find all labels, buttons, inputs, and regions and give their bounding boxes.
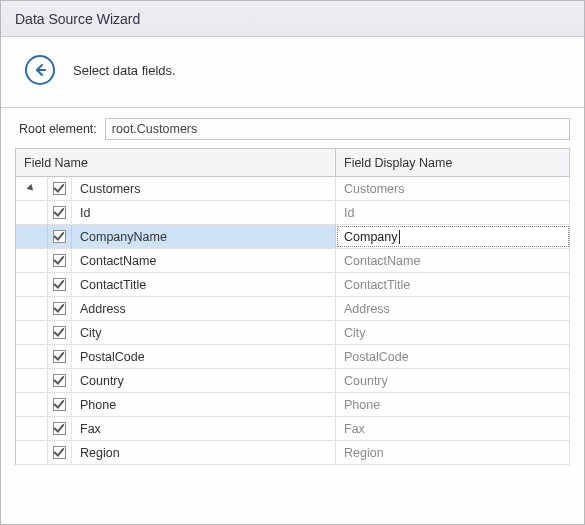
tree-child-row[interactable]: ContactName ContactName xyxy=(16,249,570,273)
tree-child-row[interactable]: Address Address xyxy=(16,297,570,321)
wizard-instruction: Select data fields. xyxy=(73,63,176,78)
field-checkbox[interactable] xyxy=(53,206,66,219)
col-field-name[interactable]: Field Name xyxy=(16,149,336,176)
root-element-label: Root element: xyxy=(19,122,97,136)
field-checkbox[interactable] xyxy=(53,278,66,291)
tree-indent xyxy=(16,393,48,416)
tree-indent xyxy=(16,441,48,464)
tree-indent xyxy=(16,321,48,344)
tree-indent xyxy=(16,417,48,440)
tree-indent xyxy=(16,273,48,296)
field-name-cell[interactable]: City xyxy=(72,321,336,344)
field-display-cell[interactable]: Customers xyxy=(336,177,570,200)
tree-child-row[interactable]: Country Country xyxy=(16,369,570,393)
tree-child-row[interactable]: Region Region xyxy=(16,441,570,465)
root-element-row: Root element: xyxy=(1,108,584,146)
grid-body: Customers Customers Id Id CompanyName Co… xyxy=(16,177,570,465)
tree-indent xyxy=(16,297,48,320)
field-checkbox[interactable] xyxy=(53,446,66,459)
field-name-cell[interactable]: Country xyxy=(72,369,336,392)
wizard-header: Select data fields. xyxy=(1,37,584,108)
grid-header: Field Name Field Display Name xyxy=(16,149,570,177)
wizard-window: Data Source Wizard Select data fields. R… xyxy=(0,0,585,525)
field-checkbox[interactable] xyxy=(53,230,66,243)
field-checkbox[interactable] xyxy=(53,350,66,363)
field-display-cell[interactable]: PostalCode xyxy=(336,345,570,368)
window-title: Data Source Wizard xyxy=(15,11,140,27)
field-display-cell[interactable]: Address xyxy=(336,297,570,320)
tree-indent xyxy=(16,369,48,392)
tree-indent xyxy=(16,345,48,368)
field-name-cell[interactable]: ContactTitle xyxy=(72,273,336,296)
tree-child-row[interactable]: Phone Phone xyxy=(16,393,570,417)
field-name-cell[interactable]: PostalCode xyxy=(72,345,336,368)
tree-parent-row[interactable]: Customers Customers xyxy=(16,177,570,201)
window-titlebar: Data Source Wizard xyxy=(1,1,584,37)
field-checkbox[interactable] xyxy=(53,374,66,387)
back-arrow-icon xyxy=(32,62,48,78)
field-display-cell[interactable]: Fax xyxy=(336,417,570,440)
field-name-cell[interactable]: Fax xyxy=(72,417,336,440)
field-display-cell[interactable]: Country xyxy=(336,369,570,392)
field-checkbox[interactable] xyxy=(53,326,66,339)
field-display-cell[interactable]: Phone xyxy=(336,393,570,416)
field-name-cell[interactable]: Address xyxy=(72,297,336,320)
tree-indent xyxy=(16,201,48,224)
root-element-input[interactable] xyxy=(105,118,570,140)
tree-child-row[interactable]: ContactTitle ContactTitle xyxy=(16,273,570,297)
field-checkbox[interactable] xyxy=(53,254,66,267)
field-display-cell[interactable]: Company xyxy=(336,225,570,248)
tree-child-row[interactable]: Fax Fax xyxy=(16,417,570,441)
field-name-cell[interactable]: Phone xyxy=(72,393,336,416)
tree-indent xyxy=(16,225,48,248)
field-display-cell[interactable]: City xyxy=(336,321,570,344)
field-display-cell[interactable]: ContactTitle xyxy=(336,273,570,296)
field-checkbox[interactable] xyxy=(53,302,66,315)
field-checkbox[interactable] xyxy=(53,182,66,195)
fields-grid: Field Name Field Display Name Customers … xyxy=(15,148,570,465)
tree-child-row[interactable]: Id Id xyxy=(16,201,570,225)
expand-caret-icon[interactable] xyxy=(27,184,36,193)
field-name-cell[interactable]: Id xyxy=(72,201,336,224)
field-name-cell[interactable]: Region xyxy=(72,441,336,464)
tree-child-row[interactable]: PostalCode PostalCode xyxy=(16,345,570,369)
tree-child-row[interactable]: City City xyxy=(16,321,570,345)
field-display-cell[interactable]: Region xyxy=(336,441,570,464)
tree-child-row[interactable]: CompanyName Company xyxy=(16,225,570,249)
tree-indent xyxy=(16,249,48,272)
field-name-cell[interactable]: ContactName xyxy=(72,249,336,272)
field-checkbox[interactable] xyxy=(53,398,66,411)
back-button[interactable] xyxy=(25,55,55,85)
text-cursor-icon xyxy=(399,230,400,244)
field-name-cell[interactable]: Customers xyxy=(72,177,336,200)
field-checkbox[interactable] xyxy=(53,422,66,435)
col-field-display[interactable]: Field Display Name xyxy=(336,149,570,176)
field-name-cell[interactable]: CompanyName xyxy=(72,225,336,248)
field-display-cell[interactable]: Id xyxy=(336,201,570,224)
field-display-cell[interactable]: ContactName xyxy=(336,249,570,272)
